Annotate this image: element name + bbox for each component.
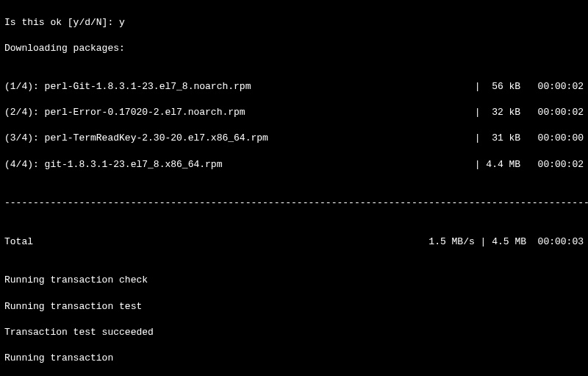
tx-ok: Transaction test succeeded [4, 326, 584, 339]
pkg-name: (1/4): perl-Git-1.8.3.1-23.el7_8.noarch.… [4, 80, 251, 93]
download-row: (3/4): perl-TermReadKey-2.30-20.el7.x86_… [4, 132, 584, 145]
download-header: Downloading packages: [4, 42, 584, 55]
pkg-name: (2/4): perl-Error-0.17020-2.el7.noarch.r… [4, 106, 245, 119]
tx-check: Running transaction check [4, 274, 584, 287]
pkg-name: (3/4): perl-TermReadKey-2.30-20.el7.x86_… [4, 132, 268, 145]
divider: ----------------------------------------… [4, 196, 584, 210]
total-label: Total [4, 235, 33, 249]
tx-run: Running transaction [4, 352, 584, 365]
tx-test: Running transaction test [4, 300, 584, 313]
pkg-progress: | 56 kB 00:00:02 [475, 80, 584, 93]
download-row: (1/4): perl-Git-1.8.3.1-23.el7_8.noarch.… [4, 80, 584, 93]
terminal-output: Is this ok [y/d/N]: y Downloading packag… [0, 0, 588, 376]
download-row: (4/4): git-1.8.3.1-23.el7_8.x86_64.rpm |… [4, 158, 584, 171]
total-row: Total 1.5 MB/s | 4.5 MB 00:00:03 [4, 235, 584, 249]
download-row: (2/4): perl-Error-0.17020-2.el7.noarch.r… [4, 106, 584, 119]
pkg-name: (4/4): git-1.8.3.1-23.el7_8.x86_64.rpm [4, 158, 222, 171]
pkg-progress: | 31 kB 00:00:00 [475, 132, 584, 145]
total-value: 1.5 MB/s | 4.5 MB 00:00:03 [429, 235, 584, 249]
pkg-progress: | 32 kB 00:00:02 [475, 106, 584, 119]
pkg-progress: | 4.4 MB 00:00:02 [475, 158, 584, 171]
confirm-prompt: Is this ok [y/d/N]: y [4, 16, 584, 29]
